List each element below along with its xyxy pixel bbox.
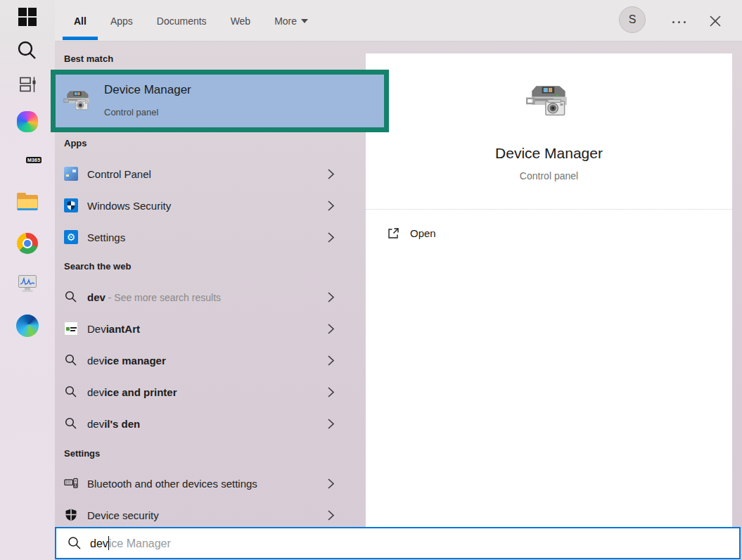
edge-button[interactable] <box>0 305 55 346</box>
web-suggestion-deviantart[interactable]: DeviantArt <box>55 313 366 344</box>
performance-monitor-icon <box>18 275 37 293</box>
performance-monitor-button[interactable] <box>0 263 55 305</box>
file-explorer-button[interactable] <box>0 183 55 224</box>
result-settings[interactable]: ⚙ Settings <box>55 222 366 253</box>
web-suggestion-device-manager[interactable]: device manager <box>55 345 366 376</box>
web-suggestion-devils-den[interactable]: devil's den <box>55 408 366 439</box>
task-view-button[interactable] <box>0 68 55 101</box>
open-label: Open <box>410 227 436 239</box>
search-icon <box>16 39 39 62</box>
tab-web[interactable]: Web <box>231 0 251 42</box>
section-header-settings: Settings <box>64 448 100 459</box>
avatar-initial: S <box>629 13 637 26</box>
open-action[interactable]: Open <box>387 227 436 240</box>
file-explorer-icon <box>17 195 38 212</box>
chevron-right-icon <box>327 231 335 243</box>
search-icon <box>65 354 77 367</box>
search-query-text: device Manager <box>90 536 171 550</box>
search-suggestion-text: ice Manager <box>109 537 171 549</box>
settings-gear-icon: ⚙ <box>64 230 78 244</box>
close-icon <box>708 13 723 29</box>
section-header-best-match: Best match <box>64 53 113 64</box>
section-header-apps: Apps <box>64 138 87 148</box>
copilot-icon <box>17 111 38 132</box>
edge-icon <box>16 314 39 337</box>
m365-copilot-button[interactable]: M365 <box>0 142 55 183</box>
close-button[interactable] <box>708 13 723 29</box>
m365-badge: M365 <box>26 157 41 163</box>
preview-panel: Device Manager Control panel Open <box>366 53 732 527</box>
user-avatar[interactable]: S <box>619 6 646 33</box>
copilot-button[interactable] <box>0 101 55 142</box>
preview-title: Device Manager <box>366 145 732 162</box>
chevron-right-icon <box>327 478 335 490</box>
web-suggestion-device-and-printer[interactable]: device and printer <box>55 376 366 407</box>
chevron-right-icon <box>327 291 335 303</box>
device-manager-icon <box>526 79 573 125</box>
chevron-right-icon <box>327 323 335 335</box>
tab-apps[interactable]: Apps <box>110 0 133 42</box>
chevron-right-icon <box>327 355 335 367</box>
chevron-right-icon <box>327 200 335 212</box>
search-icon <box>65 417 77 430</box>
preview-subtitle: Control panel <box>366 170 732 182</box>
device-manager-icon <box>63 87 93 116</box>
task-view-icon <box>18 75 37 94</box>
chevron-right-icon <box>327 386 335 398</box>
control-panel-icon <box>64 167 78 181</box>
filter-tab-bar: All Apps Documents Web More <box>74 0 308 42</box>
chevron-right-icon <box>327 168 335 180</box>
bluetooth-devices-icon <box>64 476 78 490</box>
section-header-web: Search the web <box>64 261 131 272</box>
launch-icon <box>387 227 400 240</box>
search-header: All Apps Documents Web More S <box>55 0 742 42</box>
start-button[interactable] <box>0 0 55 34</box>
tab-all[interactable]: All <box>74 0 87 42</box>
chrome-button[interactable] <box>0 224 55 263</box>
windows-logo-icon <box>18 8 37 26</box>
best-match-title: Device Manager <box>104 83 191 97</box>
annotation-highlight-box: Device Manager Control panel <box>51 70 389 132</box>
tab-documents[interactable]: Documents <box>157 0 207 42</box>
result-windows-security[interactable]: Windows Security <box>55 190 366 221</box>
search-input[interactable]: device Manager <box>55 527 741 559</box>
result-bluetooth-devices-settings[interactable]: Bluetooth and other devices settings <box>55 468 366 499</box>
deviantart-icon <box>64 322 78 336</box>
taskbar: M365 <box>0 0 55 560</box>
tab-more[interactable]: More <box>274 0 308 42</box>
result-device-security[interactable]: Device security <box>55 499 366 530</box>
search-icon <box>65 386 77 398</box>
taskbar-search-button[interactable] <box>0 34 55 68</box>
chrome-icon <box>17 233 38 254</box>
chevron-down-icon <box>301 19 308 23</box>
search-icon <box>68 536 82 550</box>
result-control-panel[interactable]: Control Panel <box>55 158 366 189</box>
web-suggestion-dev[interactable]: dev - See more search results <box>55 281 366 312</box>
search-icon <box>65 291 77 303</box>
preview-divider <box>366 209 732 210</box>
windows-security-icon <box>64 198 78 212</box>
best-match-subtitle: Control panel <box>104 107 158 117</box>
more-options-button[interactable] <box>670 18 689 26</box>
device-security-icon <box>64 508 78 522</box>
chevron-right-icon <box>327 509 335 521</box>
chevron-right-icon <box>327 418 335 430</box>
best-match-result[interactable]: Device Manager Control panel <box>56 75 384 127</box>
